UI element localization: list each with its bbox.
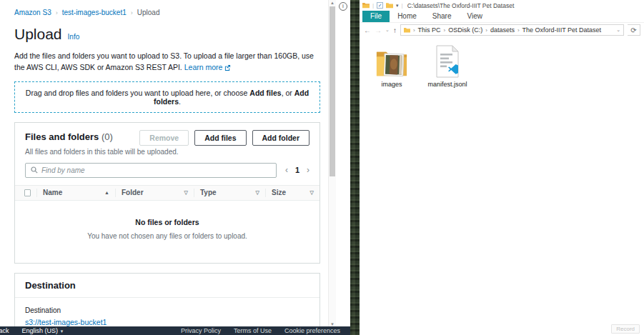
address-bar-row: ← → ⌄ ↑ › This PC › OSDisk (C:) › datase… [360, 23, 644, 37]
prev-page-button[interactable]: ‹ [285, 165, 288, 175]
address-crumb-this-pc[interactable]: This PC [418, 26, 441, 34]
quick-access-toolbar-dropdown[interactable]: ▾ [396, 3, 399, 9]
destination-field-label: Destination [25, 306, 309, 314]
recent-locations-dropdown[interactable]: ⌄ [385, 27, 390, 33]
tab-view[interactable]: View [460, 11, 491, 22]
explorer-titlebar: | ✓ ▾ | C:\datasets\The Oxford-IIIT Pet … [360, 0, 644, 9]
column-label: Size [272, 189, 286, 196]
column-header-folder[interactable]: Folder ▽ [115, 189, 194, 197]
breadcrumb: Amazon S3›test-images-bucket1›Upload [14, 0, 335, 16]
column-header-size[interactable]: Size ▽ [265, 189, 319, 197]
sort-icon: ▽ [184, 190, 188, 196]
language-label: English (US) [22, 327, 59, 334]
remove-button[interactable]: Remove [139, 130, 189, 146]
address-separator: › [413, 27, 415, 34]
external-link-icon [224, 63, 231, 74]
breadcrumb-upload: Upload [137, 9, 160, 16]
dropzone-text: , or [282, 89, 294, 97]
scrollbar-thumb[interactable] [330, 6, 335, 176]
record-watermark: Record [611, 324, 640, 334]
folder-item-images[interactable]: images [370, 43, 414, 88]
address-folder-icon [404, 27, 410, 33]
address-bar[interactable]: › This PC › OSDisk (C:) › datasets › The… [400, 24, 624, 36]
next-page-button[interactable]: › [307, 165, 309, 175]
forward-button[interactable]: → [375, 26, 382, 34]
aws-console-footer: Feedback English (US) ▼ Privacy Policy T… [0, 326, 350, 335]
info-icon[interactable]: i [339, 2, 347, 11]
up-button[interactable]: ↑ [393, 26, 397, 34]
terms-of-use-link[interactable]: Terms of Use [234, 327, 272, 334]
cookie-preferences-link[interactable]: Cookie preferences [284, 327, 340, 334]
quick-access-new-folder-icon[interactable] [386, 2, 393, 9]
aws-s3-upload-window: Amazon S3›test-images-bucket1›Upload Upl… [0, 0, 350, 335]
add-folder-button[interactable]: Add folder [252, 130, 310, 146]
refresh-button[interactable]: ⟳ [628, 24, 640, 36]
address-dropdown-icon[interactable]: ⌄ [616, 27, 620, 33]
separator: | [402, 2, 403, 9]
file-item-label: manifest.jsonl [427, 81, 467, 88]
chevron-down-icon: ▼ [60, 329, 64, 334]
search-box[interactable] [25, 163, 277, 178]
page-description: Add the files and folders you want to up… [14, 51, 322, 74]
tab-share[interactable]: Share [425, 11, 460, 22]
destination-bucket-link[interactable]: s3://test-images-bucket1 [25, 318, 309, 326]
select-all-checkbox[interactable] [24, 189, 31, 196]
breadcrumb-separator: › [131, 9, 133, 16]
address-separator: › [485, 27, 487, 34]
file-item-manifest[interactable]: manifest.jsonl [425, 43, 470, 88]
privacy-policy-link[interactable]: Privacy Policy [181, 327, 221, 334]
table-header: Name ▲ Folder ▽ Type ▽ Size ▽ [15, 185, 319, 201]
destination-card: Destination Destination s3://test-images… [14, 273, 320, 335]
file-item-label: images [381, 81, 402, 88]
explorer-app-icon [362, 2, 370, 9]
files-section-title: Files and folders [25, 131, 101, 142]
empty-state-subtitle: You have not chosen any files or folders… [15, 232, 319, 240]
destination-title: Destination [15, 274, 319, 298]
feedback-link[interactable]: Feedback [0, 327, 9, 334]
column-label: Type [200, 189, 217, 196]
breadcrumb-amazon-s3[interactable]: Amazon S3 [14, 9, 51, 16]
file-explorer-window: | ✓ ▾ | C:\datasets\The Oxford-IIIT Pet … [360, 0, 644, 335]
sort-icon: ▽ [310, 190, 314, 196]
dropzone-text: . [179, 97, 181, 106]
ribbon-tabs: File Home Share View [360, 10, 644, 23]
scroll-up-icon[interactable]: ▲ [329, 1, 336, 5]
add-files-button[interactable]: Add files [194, 130, 246, 146]
tab-home[interactable]: Home [390, 11, 425, 22]
column-header-name[interactable]: Name ▲ [36, 189, 115, 197]
info-link[interactable]: Info [68, 33, 80, 41]
description-text: Add the files and folders you want to up… [14, 51, 314, 71]
breadcrumb-bucket[interactable]: test-images-bucket1 [62, 9, 127, 16]
page-title: Upload [14, 26, 62, 43]
column-label: Name [43, 189, 62, 196]
address-crumb-osdisk[interactable]: OSDisk (C:) [448, 26, 482, 34]
column-header-type[interactable]: Type ▽ [194, 189, 265, 197]
back-button[interactable]: ← [364, 26, 371, 34]
breadcrumb-separator: › [56, 9, 58, 16]
quick-access-properties-icon[interactable]: ✓ [377, 2, 383, 9]
browser-scrollbar[interactable]: ▲ ▼ [328, 0, 336, 327]
address-crumb-datasets[interactable]: datasets [490, 26, 515, 34]
drag-drop-zone[interactable]: Drag and drop files and folders you want… [14, 81, 320, 113]
address-crumb-dataset-folder[interactable]: The Oxford-IIIT Pet Dataset [522, 26, 601, 34]
page-number[interactable]: 1 [295, 166, 299, 174]
learn-more-link[interactable]: Learn more [184, 63, 223, 71]
tab-file[interactable]: File [362, 11, 390, 22]
search-input[interactable] [41, 166, 271, 174]
file-list: images manifest.jsonl [360, 37, 644, 88]
images-folder-icon [375, 46, 408, 79]
dropzone-add-files: Add files [249, 89, 281, 97]
desktop-wallpaper-strip [350, 0, 360, 335]
empty-state-title: No files or folders [15, 218, 319, 226]
files-and-folders-card: Files and folders (0) Remove Add files A… [14, 122, 320, 264]
sort-ascending-icon: ▲ [104, 190, 109, 195]
address-separator: › [517, 27, 520, 34]
search-icon [31, 166, 38, 174]
explorer-window-title: C:\datasets\The Oxford-IIIT Pet Dataset [407, 2, 515, 9]
refresh-icon: ⟳ [630, 26, 636, 34]
pagination: ‹ 1 › [285, 165, 309, 175]
dropzone-text: Drag and drop files and folders you want… [26, 89, 249, 97]
address-separator: › [444, 27, 446, 34]
files-section-subtitle: All files and folders in this table will… [15, 146, 319, 156]
language-selector[interactable]: English (US) ▼ [22, 327, 64, 334]
